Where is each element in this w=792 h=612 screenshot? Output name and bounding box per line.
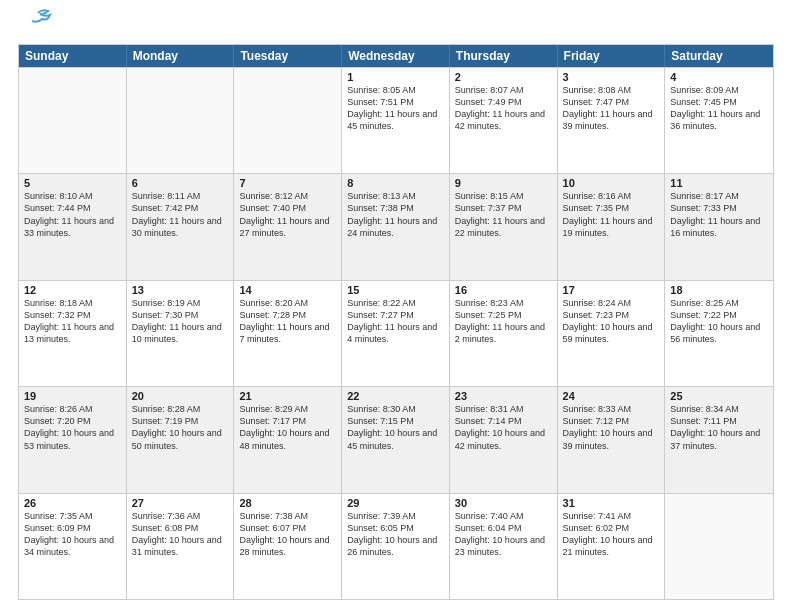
day-cell-14: 14Sunrise: 8:20 AM Sunset: 7:28 PM Dayli…: [234, 281, 342, 386]
day-info: Sunrise: 8:34 AM Sunset: 7:11 PM Dayligh…: [670, 403, 768, 452]
day-number: 21: [239, 390, 336, 402]
day-info: Sunrise: 8:19 AM Sunset: 7:30 PM Dayligh…: [132, 297, 229, 346]
day-cell-23: 23Sunrise: 8:31 AM Sunset: 7:14 PM Dayli…: [450, 387, 558, 492]
day-info: Sunrise: 8:18 AM Sunset: 7:32 PM Dayligh…: [24, 297, 121, 346]
day-info: Sunrise: 8:29 AM Sunset: 7:17 PM Dayligh…: [239, 403, 336, 452]
day-cell-22: 22Sunrise: 8:30 AM Sunset: 7:15 PM Dayli…: [342, 387, 450, 492]
day-info: Sunrise: 8:28 AM Sunset: 7:19 PM Dayligh…: [132, 403, 229, 452]
day-number: 12: [24, 284, 121, 296]
day-info: Sunrise: 8:25 AM Sunset: 7:22 PM Dayligh…: [670, 297, 768, 346]
day-number: 19: [24, 390, 121, 402]
day-header-sunday: Sunday: [19, 45, 127, 67]
calendar-body: 1Sunrise: 8:05 AM Sunset: 7:51 PM Daylig…: [19, 67, 773, 599]
day-number: 11: [670, 177, 768, 189]
day-cell-7: 7Sunrise: 8:12 AM Sunset: 7:40 PM Daylig…: [234, 174, 342, 279]
day-cell-6: 6Sunrise: 8:11 AM Sunset: 7:42 PM Daylig…: [127, 174, 235, 279]
day-number: 14: [239, 284, 336, 296]
week-row-5: 26Sunrise: 7:35 AM Sunset: 6:09 PM Dayli…: [19, 493, 773, 599]
day-cell-24: 24Sunrise: 8:33 AM Sunset: 7:12 PM Dayli…: [558, 387, 666, 492]
day-cell-27: 27Sunrise: 7:36 AM Sunset: 6:08 PM Dayli…: [127, 494, 235, 599]
day-cell-13: 13Sunrise: 8:19 AM Sunset: 7:30 PM Dayli…: [127, 281, 235, 386]
day-number: 3: [563, 71, 660, 83]
day-cell-5: 5Sunrise: 8:10 AM Sunset: 7:44 PM Daylig…: [19, 174, 127, 279]
day-cell-empty: [665, 494, 773, 599]
day-cell-17: 17Sunrise: 8:24 AM Sunset: 7:23 PM Dayli…: [558, 281, 666, 386]
day-header-saturday: Saturday: [665, 45, 773, 67]
day-cell-12: 12Sunrise: 8:18 AM Sunset: 7:32 PM Dayli…: [19, 281, 127, 386]
day-info: Sunrise: 7:39 AM Sunset: 6:05 PM Dayligh…: [347, 510, 444, 559]
day-cell-3: 3Sunrise: 8:08 AM Sunset: 7:47 PM Daylig…: [558, 68, 666, 173]
day-headers: SundayMondayTuesdayWednesdayThursdayFrid…: [19, 45, 773, 67]
day-info: Sunrise: 7:40 AM Sunset: 6:04 PM Dayligh…: [455, 510, 552, 559]
day-info: Sunrise: 8:17 AM Sunset: 7:33 PM Dayligh…: [670, 190, 768, 239]
day-number: 25: [670, 390, 768, 402]
day-number: 15: [347, 284, 444, 296]
day-info: Sunrise: 8:24 AM Sunset: 7:23 PM Dayligh…: [563, 297, 660, 346]
day-info: Sunrise: 8:33 AM Sunset: 7:12 PM Dayligh…: [563, 403, 660, 452]
week-row-3: 12Sunrise: 8:18 AM Sunset: 7:32 PM Dayli…: [19, 280, 773, 386]
day-cell-4: 4Sunrise: 8:09 AM Sunset: 7:45 PM Daylig…: [665, 68, 773, 173]
day-header-tuesday: Tuesday: [234, 45, 342, 67]
day-cell-19: 19Sunrise: 8:26 AM Sunset: 7:20 PM Dayli…: [19, 387, 127, 492]
day-cell-1: 1Sunrise: 8:05 AM Sunset: 7:51 PM Daylig…: [342, 68, 450, 173]
day-number: 8: [347, 177, 444, 189]
week-row-1: 1Sunrise: 8:05 AM Sunset: 7:51 PM Daylig…: [19, 67, 773, 173]
day-number: 30: [455, 497, 552, 509]
day-info: Sunrise: 8:30 AM Sunset: 7:15 PM Dayligh…: [347, 403, 444, 452]
day-number: 7: [239, 177, 336, 189]
day-header-friday: Friday: [558, 45, 666, 67]
day-header-thursday: Thursday: [450, 45, 558, 67]
day-info: Sunrise: 7:41 AM Sunset: 6:02 PM Dayligh…: [563, 510, 660, 559]
day-number: 27: [132, 497, 229, 509]
day-info: Sunrise: 8:05 AM Sunset: 7:51 PM Dayligh…: [347, 84, 444, 133]
day-number: 13: [132, 284, 229, 296]
day-number: 16: [455, 284, 552, 296]
day-cell-15: 15Sunrise: 8:22 AM Sunset: 7:27 PM Dayli…: [342, 281, 450, 386]
day-number: 26: [24, 497, 121, 509]
day-cell-18: 18Sunrise: 8:25 AM Sunset: 7:22 PM Dayli…: [665, 281, 773, 386]
day-cell-8: 8Sunrise: 8:13 AM Sunset: 7:38 PM Daylig…: [342, 174, 450, 279]
day-number: 20: [132, 390, 229, 402]
day-header-wednesday: Wednesday: [342, 45, 450, 67]
day-cell-9: 9Sunrise: 8:15 AM Sunset: 7:37 PM Daylig…: [450, 174, 558, 279]
day-header-monday: Monday: [127, 45, 235, 67]
day-info: Sunrise: 8:23 AM Sunset: 7:25 PM Dayligh…: [455, 297, 552, 346]
day-info: Sunrise: 8:26 AM Sunset: 7:20 PM Dayligh…: [24, 403, 121, 452]
day-cell-21: 21Sunrise: 8:29 AM Sunset: 7:17 PM Dayli…: [234, 387, 342, 492]
calendar: SundayMondayTuesdayWednesdayThursdayFrid…: [18, 44, 774, 600]
day-number: 24: [563, 390, 660, 402]
day-info: Sunrise: 7:35 AM Sunset: 6:09 PM Dayligh…: [24, 510, 121, 559]
page: SundayMondayTuesdayWednesdayThursdayFrid…: [0, 0, 792, 612]
day-number: 18: [670, 284, 768, 296]
day-cell-empty: [234, 68, 342, 173]
week-row-4: 19Sunrise: 8:26 AM Sunset: 7:20 PM Dayli…: [19, 386, 773, 492]
day-info: Sunrise: 8:13 AM Sunset: 7:38 PM Dayligh…: [347, 190, 444, 239]
day-cell-26: 26Sunrise: 7:35 AM Sunset: 6:09 PM Dayli…: [19, 494, 127, 599]
day-number: 2: [455, 71, 552, 83]
day-cell-31: 31Sunrise: 7:41 AM Sunset: 6:02 PM Dayli…: [558, 494, 666, 599]
day-info: Sunrise: 8:07 AM Sunset: 7:49 PM Dayligh…: [455, 84, 552, 133]
day-number: 29: [347, 497, 444, 509]
day-info: Sunrise: 7:36 AM Sunset: 6:08 PM Dayligh…: [132, 510, 229, 559]
day-number: 23: [455, 390, 552, 402]
day-info: Sunrise: 8:22 AM Sunset: 7:27 PM Dayligh…: [347, 297, 444, 346]
day-cell-10: 10Sunrise: 8:16 AM Sunset: 7:35 PM Dayli…: [558, 174, 666, 279]
day-number: 28: [239, 497, 336, 509]
day-info: Sunrise: 8:15 AM Sunset: 7:37 PM Dayligh…: [455, 190, 552, 239]
day-number: 5: [24, 177, 121, 189]
day-info: Sunrise: 8:09 AM Sunset: 7:45 PM Dayligh…: [670, 84, 768, 133]
day-info: Sunrise: 8:12 AM Sunset: 7:40 PM Dayligh…: [239, 190, 336, 239]
day-cell-28: 28Sunrise: 7:38 AM Sunset: 6:07 PM Dayli…: [234, 494, 342, 599]
day-info: Sunrise: 8:08 AM Sunset: 7:47 PM Dayligh…: [563, 84, 660, 133]
day-cell-empty: [127, 68, 235, 173]
day-cell-16: 16Sunrise: 8:23 AM Sunset: 7:25 PM Dayli…: [450, 281, 558, 386]
day-number: 10: [563, 177, 660, 189]
day-number: 17: [563, 284, 660, 296]
day-number: 22: [347, 390, 444, 402]
logo-bird-icon: [20, 9, 52, 33]
day-cell-empty: [19, 68, 127, 173]
day-info: Sunrise: 8:11 AM Sunset: 7:42 PM Dayligh…: [132, 190, 229, 239]
day-cell-2: 2Sunrise: 8:07 AM Sunset: 7:49 PM Daylig…: [450, 68, 558, 173]
day-info: Sunrise: 8:16 AM Sunset: 7:35 PM Dayligh…: [563, 190, 660, 239]
week-row-2: 5Sunrise: 8:10 AM Sunset: 7:44 PM Daylig…: [19, 173, 773, 279]
